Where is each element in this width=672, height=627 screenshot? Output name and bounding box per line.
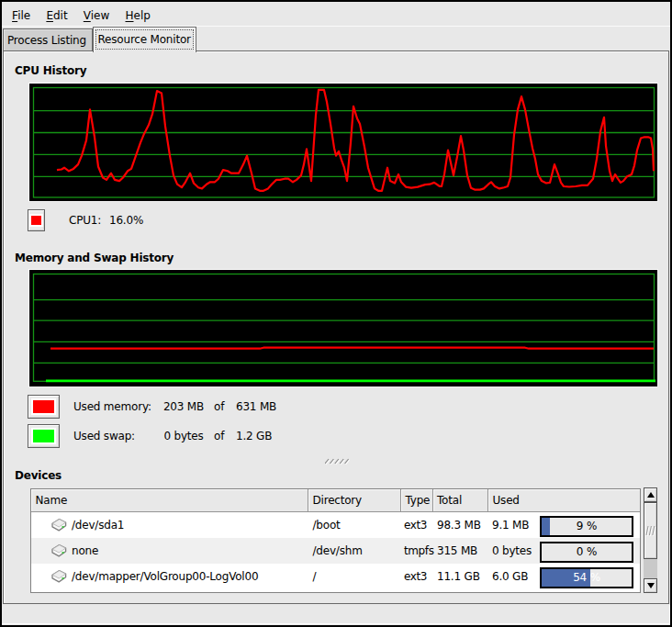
thumb-grip-icon (645, 525, 656, 537)
device-type: tmpfs (404, 544, 434, 557)
devices-header-row: NameDirectoryTypeTotalUsed (31, 489, 640, 512)
swap-color-swatch (31, 428, 56, 444)
tab-resource-monitor[interactable]: Resource Monitor (93, 27, 196, 52)
cpu-color-swatch (29, 214, 43, 227)
scroll-up-button[interactable] (644, 487, 657, 502)
menu-edit[interactable]: Edit (39, 9, 75, 22)
cpu-color-button[interactable] (28, 209, 45, 231)
cpu-legend: CPU1: 16.0% (28, 209, 395, 231)
device-used: 6.0 GB (492, 570, 534, 583)
statusbar (2, 605, 670, 624)
swap-used-value: 0 bytes (150, 430, 218, 442)
column-header-directory[interactable]: Directory (308, 489, 401, 512)
arrow-up-icon (647, 492, 655, 498)
device-row[interactable]: /dev/mapper/VolGroup00-LogVol00/ext311.1… (31, 564, 640, 589)
memory-history-title: Memory and Swap History (15, 252, 174, 264)
device-used: 9.1 MB (492, 519, 534, 532)
device-used-progressbar: 9 % (540, 516, 633, 537)
cpu-legend-label: CPU1: (69, 214, 101, 227)
scroll-down-button[interactable] (644, 578, 657, 593)
menubar: FileEditViewHelp (2, 2, 670, 27)
devices-title: Devices (15, 469, 62, 482)
cpu-legend-value: 16.0% (109, 214, 143, 227)
swap-legend-row: Used swap: 0 bytes of 1.2 GB (28, 424, 395, 448)
progress-label: 0 % (542, 543, 632, 561)
device-used: 0 bytes (492, 544, 534, 557)
swap-legend-label: Used swap: (73, 430, 135, 442)
arrow-down-icon (647, 583, 655, 588)
memory-used-value: 203 MB (150, 400, 218, 413)
device-type: ext3 (404, 570, 427, 583)
progress-label: 9 % (542, 518, 632, 535)
scrollbar-thumb[interactable] (644, 502, 657, 559)
device-name: /dev/sda1 (72, 519, 124, 532)
tab-focus-rect: Resource Monitor (95, 29, 194, 50)
swap-color-button[interactable] (28, 424, 60, 448)
memory-of-label: of (214, 400, 224, 413)
device-row[interactable]: /dev/sda1/bootext398.3 MB9.1 MB9 % (31, 512, 640, 538)
device-name: none (72, 544, 98, 557)
memory-legend-label: Used memory: (73, 400, 151, 413)
memory-history-graph (28, 269, 658, 387)
device-type: ext3 (404, 519, 427, 532)
disk-icon (50, 518, 67, 532)
tab-resource-monitor-label: Resource Monitor (98, 33, 191, 46)
menu-file[interactable]: File (5, 9, 39, 22)
device-used-progressbar: 54 % (540, 567, 633, 588)
paned-handle-grip[interactable] (325, 455, 351, 468)
devices-vertical-scrollbar[interactable] (644, 487, 657, 593)
device-name: /dev/mapper/VolGroup00-LogVol00 (72, 570, 258, 583)
cpu-history-graph (28, 83, 658, 202)
memory-legend-row: Used memory: 203 MB of 631 MB (28, 395, 395, 419)
memory-total-value: 631 MB (236, 400, 276, 413)
menu-view[interactable]: View (75, 9, 118, 22)
menu-help[interactable]: Help (118, 9, 159, 22)
device-directory: / (313, 570, 317, 583)
memory-color-button[interactable] (28, 395, 60, 419)
swap-of-label: of (214, 430, 224, 442)
swap-total-value: 1.2 GB (236, 430, 272, 442)
column-header-type[interactable]: Type (401, 489, 433, 512)
memory-color-swatch (31, 398, 56, 415)
disk-icon (50, 543, 67, 558)
column-header-used[interactable]: Used (488, 489, 640, 512)
tab-process-listing[interactable]: Process Listing (3, 28, 93, 50)
column-header-name[interactable]: Name (31, 489, 308, 512)
device-directory: /boot (313, 519, 341, 532)
device-total: 315 MB (437, 544, 477, 557)
column-header-total[interactable]: Total (433, 489, 489, 512)
tab-process-listing-label: Process Listing (7, 34, 86, 47)
cpu-history-title: CPU History (15, 64, 86, 77)
device-total: 98.3 MB (437, 519, 481, 532)
device-used-progressbar: 0 % (540, 542, 633, 563)
devices-table: NameDirectoryTypeTotalUsed/dev/sda1/boot… (30, 488, 641, 593)
device-directory: /dev/shm (313, 544, 363, 557)
system-monitor-window: FileEditViewHelp Process Listing Resourc… (0, 0, 672, 627)
progress-label: 54 % (542, 569, 632, 587)
device-row[interactable]: none/dev/shmtmpfs315 MB0 bytes0 % (31, 538, 640, 564)
device-total: 11.1 GB (437, 570, 480, 583)
disk-icon (50, 569, 67, 584)
